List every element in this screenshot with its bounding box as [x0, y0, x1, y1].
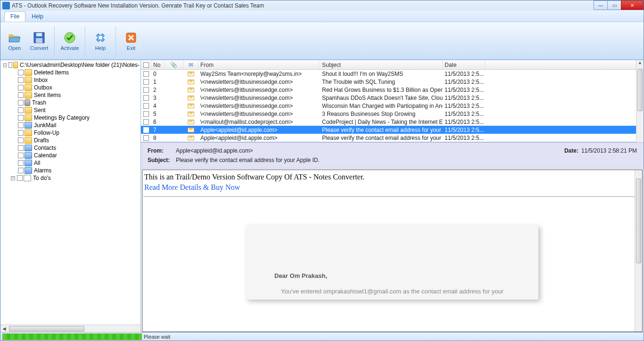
folder-icon — [25, 99, 30, 106]
date-label: Date: — [553, 147, 581, 154]
checkbox[interactable] — [18, 122, 24, 128]
email-row[interactable]: 2 \<newsletters@itbusinessedge.com> Red … — [141, 86, 644, 94]
horizontal-scrollbar[interactable]: ◄ — [0, 325, 140, 332]
help-button[interactable]: Help — [89, 24, 112, 57]
folder-icon — [25, 77, 32, 83]
ribbon-separator — [85, 26, 85, 56]
mail-icon — [188, 128, 194, 132]
checkbox[interactable] — [143, 79, 149, 85]
column-no[interactable]: No — [151, 60, 165, 69]
tree-item[interactable]: Calendar — [10, 152, 140, 159]
preview-scrollbar[interactable] — [635, 170, 642, 332]
open-button[interactable]: Open — [3, 24, 26, 57]
tree-item[interactable]: Outbox — [10, 84, 140, 91]
checkbox[interactable] — [18, 160, 24, 166]
checkbox[interactable] — [18, 77, 24, 83]
cell-from: Apple<appleid@id.apple.com> — [198, 126, 320, 134]
checkbox[interactable] — [18, 168, 24, 173]
activate-button[interactable]: Activate — [58, 24, 81, 57]
cell-from: \<newsletters@itbusinessedge.com> — [198, 94, 320, 102]
tree-item[interactable]: Deleted Items — [10, 69, 140, 76]
tree-item-label: Sent Items — [33, 91, 61, 99]
folder-icon — [25, 130, 32, 136]
ribbon-separator — [116, 26, 116, 56]
email-row[interactable]: 5 \<newsletters@itbusinessedge.com> 3 Re… — [141, 110, 644, 118]
checkbox[interactable] — [18, 92, 24, 98]
checkbox[interactable] — [143, 111, 149, 117]
tree-item[interactable]: Alarms — [10, 167, 140, 174]
folder-icon — [25, 84, 32, 91]
email-row[interactable]: 8 Apple<appleid@id.apple.com> Please ver… — [141, 134, 644, 142]
checkbox[interactable] — [18, 130, 24, 136]
tree-item-label: Sent — [33, 106, 46, 114]
cell-no: 4 — [151, 102, 165, 110]
checkbox[interactable] — [17, 175, 23, 181]
tree-item[interactable]: Sent — [10, 106, 140, 114]
email-row[interactable]: 7 Apple<appleid@id.apple.com> Please ver… — [141, 126, 644, 134]
checkbox[interactable] — [18, 107, 24, 113]
column-envelope[interactable]: ✉ — [183, 60, 198, 69]
email-row[interactable]: 0 Way2Sms Team<noreply@way2sms.in> Shout… — [141, 70, 644, 78]
checkbox[interactable] — [18, 145, 24, 151]
tree-item-label: Calendar — [33, 152, 57, 159]
checkbox[interactable] — [143, 127, 149, 133]
checkbox[interactable] — [143, 95, 149, 101]
subject-value: Please verify the contact email address … — [176, 157, 637, 163]
cell-no: 8 — [151, 134, 165, 142]
tree-item[interactable]: All — [10, 159, 140, 167]
close-button[interactable]: ✕ — [621, 0, 644, 10]
checkbox[interactable] — [8, 62, 12, 68]
cell-subject: CodeProject | Daily News - Taking the In… — [320, 118, 443, 126]
maximize-button[interactable]: ▭ — [607, 0, 621, 10]
column-subject[interactable]: Subject — [320, 60, 443, 69]
checkbox[interactable] — [18, 153, 24, 158]
convert-button[interactable]: Convert — [28, 24, 50, 57]
checkbox[interactable] — [143, 135, 149, 141]
cell-date: 11/5/2013 2:5... — [443, 134, 485, 142]
email-row[interactable]: 3 \<newsletters@itbusinessedge.com> Spam… — [141, 94, 644, 102]
tree-item[interactable]: Contacts — [10, 144, 140, 152]
column-attachment[interactable]: 📎 — [165, 60, 183, 69]
checkbox[interactable] — [143, 103, 149, 109]
tree-item[interactable]: Drafts — [10, 137, 140, 144]
convert-label: Convert — [30, 45, 49, 51]
cell-no: 5 — [151, 110, 165, 118]
column-checkbox[interactable] — [141, 60, 151, 69]
buy-now-link[interactable]: Read More Details & Buy Now — [142, 182, 642, 196]
checkbox[interactable] — [143, 119, 149, 125]
minimize-button[interactable]: — — [594, 0, 608, 10]
tree-item[interactable]: Meetings By Category — [10, 114, 140, 122]
subject-label: Subject: — [148, 157, 176, 163]
menu-file[interactable]: File — [4, 11, 25, 22]
checkbox[interactable] — [18, 138, 24, 143]
tree-item[interactable]: + To do's — [10, 174, 140, 182]
exit-button[interactable]: Exit — [120, 24, 142, 57]
tree-item[interactable]: JunkMail — [10, 122, 140, 129]
mail-icon — [188, 112, 194, 116]
cell-no: 2 — [151, 86, 165, 94]
checkbox[interactable] — [18, 85, 24, 90]
tree-root[interactable]: − C:\Users\admin\Desktop\New folder (21)… — [2, 61, 140, 69]
column-from[interactable]: From — [198, 60, 320, 69]
column-date[interactable]: Date — [443, 60, 485, 69]
checkbox[interactable] — [143, 87, 149, 93]
tree-item[interactable]: Inbox — [10, 76, 140, 84]
email-row[interactable]: 4 \<newsletters@itbusinessedge.com> Wisc… — [141, 102, 644, 110]
collapse-icon[interactable]: − — [3, 63, 7, 67]
email-row[interactable]: 1 \<newsletters@itbusinessedge.com> The … — [141, 78, 644, 86]
tree-item[interactable]: Trash — [10, 99, 140, 106]
folder-icon — [25, 145, 32, 151]
email-row[interactable]: 6 \<mailout@maillist.codeproject.com> Co… — [141, 118, 644, 126]
tree-item[interactable]: Sent Items — [10, 91, 140, 99]
menu-help[interactable]: Help — [25, 11, 50, 22]
checkbox[interactable] — [18, 100, 24, 106]
checkbox[interactable] — [143, 71, 149, 77]
checkbox[interactable] — [18, 115, 24, 121]
expand-icon[interactable]: + — [11, 176, 15, 180]
vertical-scrollbar[interactable]: ▲ — [636, 60, 644, 142]
checkbox[interactable] — [18, 70, 24, 75]
cell-from: Way2Sms Team<noreply@way2sms.in> — [198, 70, 320, 78]
date-value: 11/5/2013 2:58:21 PM — [581, 147, 637, 154]
tree-item[interactable]: Follow-Up — [10, 129, 140, 137]
cell-date: 11/5/2013 2:5... — [443, 102, 485, 110]
